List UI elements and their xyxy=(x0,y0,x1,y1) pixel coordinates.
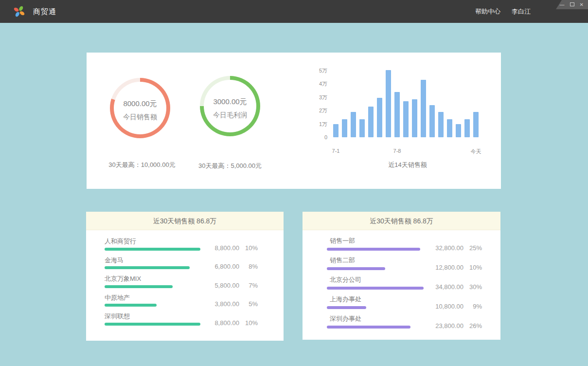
today-sales-donut-center: 8000.00元 今日销售额 xyxy=(114,82,166,134)
department-rank-list: 销售一部32,800.0025%销售二部12,800.0010%北京分公司34,… xyxy=(303,230,500,332)
amount-text: 8,800.00 xyxy=(214,319,239,327)
entity-name: 深圳办事处 xyxy=(330,314,361,323)
percent-text: 30% xyxy=(463,283,482,291)
percent-text: 7% xyxy=(239,282,258,289)
percent-text: 10% xyxy=(463,264,482,271)
percent-text: 5% xyxy=(239,300,258,308)
rank-row: 金海马6,800.008% xyxy=(105,254,258,273)
entity-name: 中原地产 xyxy=(105,293,130,302)
entity-name: 销售一部 xyxy=(330,237,355,245)
amount-text: 32,800.00 xyxy=(435,244,463,252)
window-maximize-icon[interactable] xyxy=(570,2,574,7)
chart-bar xyxy=(429,105,435,137)
rank-row: 上海办事处10,800.009% xyxy=(327,293,482,312)
rank-row: 销售二部12,800.0010% xyxy=(327,254,482,274)
amount-text: 3,800.00 xyxy=(214,300,239,308)
chart-bar xyxy=(377,98,382,137)
app-title: 商贸通 xyxy=(33,0,56,23)
chart-bar xyxy=(359,119,365,137)
chart-y-tick: 1万 xyxy=(308,121,327,128)
rank-bar xyxy=(327,248,420,251)
chart-caption: 近14天销售额 xyxy=(333,161,482,169)
today-sales-value: 8000.00元 xyxy=(123,99,157,109)
customer-rank-title: 近30天销售额 86.8万 xyxy=(86,212,284,230)
chart-bar xyxy=(403,101,409,137)
entity-name: 上海办事处 xyxy=(330,295,361,304)
chart-bar xyxy=(473,112,479,137)
rank-bar xyxy=(105,285,173,288)
chart-bar xyxy=(386,70,391,137)
rank-bar xyxy=(327,326,410,329)
rank-value: 23,800.0026% xyxy=(435,322,482,329)
rank-bar xyxy=(327,267,385,270)
rank-row: 深圳办事处23,800.0026% xyxy=(327,312,482,332)
help-center-link[interactable]: 帮助中心 xyxy=(475,0,500,23)
percent-text: 8% xyxy=(239,263,258,270)
chart-bar xyxy=(368,107,374,137)
customer-sales-rank-card: 近30天销售额 86.8万 人和商贸行8,800.0010%金海马6,800.0… xyxy=(86,212,284,341)
chart-x-tick: 7-1 xyxy=(332,148,340,154)
customer-rank-list: 人和商贸行8,800.0010%金海马6,800.008%北京万象MIX5,80… xyxy=(86,230,284,329)
rank-bar xyxy=(327,287,424,290)
entity-name: 人和商贸行 xyxy=(105,237,136,246)
chart-bar xyxy=(447,119,452,137)
chart-x-tick: 今天 xyxy=(471,148,481,155)
chart-x-tick: 7-8 xyxy=(393,148,401,154)
department-sales-rank-card: 近30天销售额 86.8万 销售一部32,800.0025%销售二部12,800… xyxy=(303,212,500,340)
rank-value: 8,800.0010% xyxy=(214,244,258,252)
chart-plot-area xyxy=(333,71,482,137)
rank-value: 34,800.0030% xyxy=(435,283,482,291)
entity-name: 深圳联想 xyxy=(105,312,130,321)
percent-text: 10% xyxy=(239,244,258,252)
chart-bar xyxy=(412,99,417,137)
today-profit-30d-max: 30天最高：5,000.00元 xyxy=(172,162,288,170)
chart-y-tick: 2万 xyxy=(308,107,327,114)
amount-text: 10,800.00 xyxy=(435,303,463,310)
rank-row: 深圳联想8,800.0010% xyxy=(105,310,258,329)
rank-value: 5,800.007% xyxy=(214,282,258,289)
today-sales-donut: 8000.00元 今日销售额 xyxy=(110,78,170,138)
today-profit-donut: 3000.00元 今日毛利润 xyxy=(200,76,260,136)
chart-bar xyxy=(456,124,461,137)
today-profit-value: 3000.00元 xyxy=(213,97,247,107)
percent-text: 9% xyxy=(463,303,482,310)
overview-card: 8000.00元 今日销售额 30天最高：10,000.00元 3000.00元… xyxy=(87,53,501,189)
entity-name: 北京分公司 xyxy=(330,275,361,284)
entity-name: 金海马 xyxy=(105,256,124,265)
amount-text: 23,800.00 xyxy=(435,322,463,329)
chart-bar xyxy=(464,119,470,137)
entity-name: 销售二部 xyxy=(330,256,355,265)
window-minimize-icon[interactable]: — xyxy=(560,2,565,7)
amount-text: 12,800.00 xyxy=(435,264,463,271)
today-sales-label: 今日销售额 xyxy=(123,113,157,122)
today-profit-label: 今日毛利润 xyxy=(213,111,247,120)
user-menu[interactable]: 李白江 xyxy=(512,0,531,23)
today-profit-donut-center: 3000.00元 今日毛利润 xyxy=(204,80,256,132)
percent-text: 26% xyxy=(463,322,482,329)
topbar: 商贸通 帮助中心 李白江 — ✕ xyxy=(0,0,588,23)
amount-text: 34,800.00 xyxy=(435,283,463,291)
percent-text: 25% xyxy=(463,244,482,252)
percent-text: 10% xyxy=(239,319,258,327)
amount-text: 8,800.00 xyxy=(214,244,239,252)
chart-x-axis: 7-17-8今天 xyxy=(333,148,482,155)
rank-bar xyxy=(105,323,200,326)
department-rank-title: 近30天销售额 86.8万 xyxy=(303,212,500,230)
rank-row: 北京分公司34,800.0030% xyxy=(327,274,482,293)
app-logo-pinwheel-icon xyxy=(11,3,27,19)
rank-bar xyxy=(105,266,190,269)
rank-row: 销售一部32,800.0025% xyxy=(327,235,482,254)
chart-bar xyxy=(342,119,347,137)
chart-bar xyxy=(394,92,400,137)
sales-14d-bar-chart: 5万4万3万2万1万0 7-17-8今天 近14天销售额 xyxy=(308,53,493,189)
chart-bar xyxy=(438,112,444,137)
rank-row: 中原地产3,800.005% xyxy=(105,292,258,311)
amount-text: 5,800.00 xyxy=(214,282,239,289)
rank-value: 12,800.0010% xyxy=(435,264,482,271)
chart-y-tick: 3万 xyxy=(308,94,327,101)
rank-bar xyxy=(105,248,200,251)
window-close-icon[interactable]: ✕ xyxy=(580,2,584,7)
rank-value: 10,800.009% xyxy=(435,303,482,310)
chart-y-axis: 5万4万3万2万1万0 xyxy=(308,71,327,137)
rank-value: 32,800.0025% xyxy=(435,244,482,252)
